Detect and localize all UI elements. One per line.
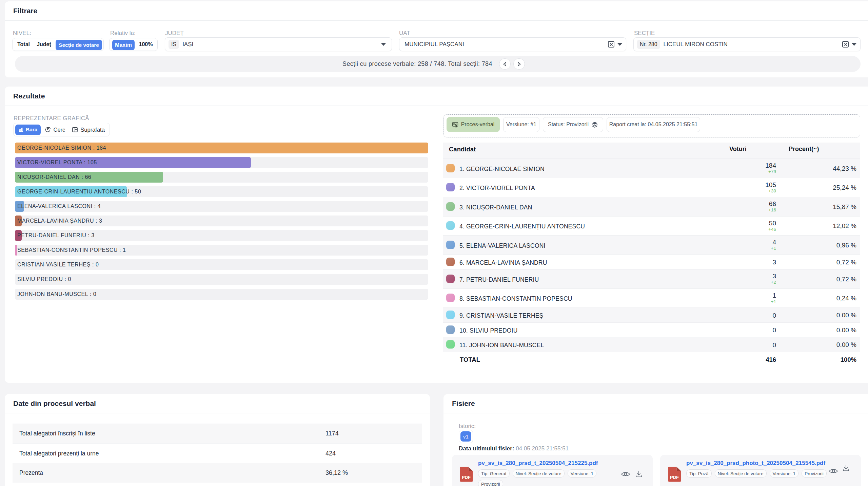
svg-text:PDF: PDF — [670, 475, 679, 480]
svg-text:PDF: PDF — [462, 475, 471, 480]
